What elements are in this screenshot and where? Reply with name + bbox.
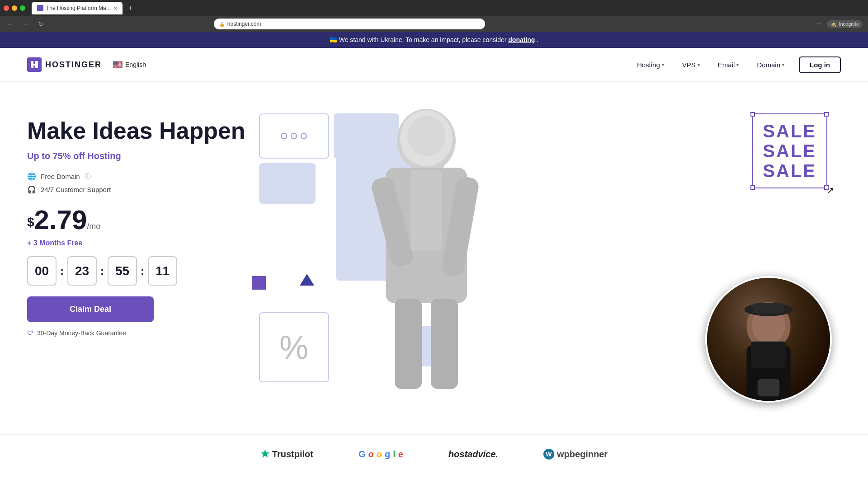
- ukraine-banner: 🇺🇦 We stand with Ukraine. To make an imp…: [0, 32, 868, 48]
- bookmark-icon[interactable]: ☆: [816, 21, 821, 27]
- wp-icon: W: [543, 449, 554, 460]
- subtitle-prefix: Up to: [27, 151, 53, 161]
- subtitle-suffix: off Hosting: [71, 151, 121, 161]
- active-tab[interactable]: The Hosting Platform Ma... ✕: [32, 2, 123, 14]
- chevron-down-icon: ▾: [736, 62, 739, 67]
- browser-chrome: The Hosting Platform Ma... ✕ + ← → ↻ 🔒 h…: [0, 0, 868, 32]
- trust-bar: ★ Trustpilot Google hostadvice. W wpbegi…: [0, 434, 868, 474]
- google-letter-l: l: [393, 449, 396, 460]
- google-letter-o2: o: [377, 449, 382, 460]
- logo-text: HOSTINGER: [45, 60, 102, 70]
- selection-handle-bl: [750, 185, 755, 190]
- hero-left: Make Ideas Happen Up to 75% off Hosting …: [27, 100, 245, 434]
- purple-square: [252, 276, 266, 290]
- nav-links: Hosting ▾ VPS ▾ Email ▾ Domain ▾ Log in: [630, 56, 841, 73]
- price-extra: + 3 Months Free: [27, 239, 245, 247]
- tab-title: The Hosting Platform Ma...: [46, 5, 111, 11]
- hero-subtitle: Up to 75% off Hosting: [27, 151, 245, 161]
- hostadvice-label: hostadvice.: [448, 449, 498, 460]
- logo-icon: [27, 57, 42, 72]
- donating-link[interactable]: donating: [508, 36, 535, 43]
- trustpilot-label: Trustpilot: [272, 449, 313, 460]
- nav-item-domain[interactable]: Domain ▾: [750, 57, 792, 72]
- percent-symbol: %: [279, 329, 308, 366]
- new-tab-button[interactable]: +: [124, 2, 137, 14]
- guarantee-badge: 🛡 30-Day Money-Back Guarantee: [27, 329, 245, 337]
- svg-point-8: [407, 116, 445, 156]
- dot-1: [281, 133, 287, 139]
- hostadvice-logo: hostadvice.: [448, 449, 498, 460]
- countdown-minutes: 23: [67, 256, 97, 286]
- banner-suffix: .: [537, 36, 538, 43]
- countdown-sep-2: :: [100, 265, 104, 277]
- dots-card: [259, 113, 329, 159]
- countdown-timer: 00 : 23 : 55 : 11: [27, 256, 245, 286]
- google-letter-o1: o: [368, 449, 374, 460]
- trustpilot-logo: ★ Trustpilot: [260, 448, 313, 460]
- incognito-label: Incognito: [839, 21, 859, 27]
- info-icon: ⓘ: [85, 173, 91, 181]
- address-bar-row: ← → ↻ 🔒 hostinger.com ☆ 🕵 Incognito: [0, 16, 868, 32]
- countdown-hours: 00: [27, 256, 57, 286]
- browser-tabs: The Hosting Platform Ma... ✕ +: [0, 0, 868, 16]
- globe-icon: 🌐: [27, 172, 36, 181]
- hero-person: [340, 95, 512, 403]
- url-bar[interactable]: 🔒 hostinger.com: [214, 19, 485, 29]
- selection-handle-tl: [750, 112, 755, 117]
- triangle-decoration: [300, 274, 314, 286]
- minimize-window-button[interactable]: [12, 5, 17, 11]
- forward-button[interactable]: →: [21, 20, 31, 28]
- svg-rect-6: [431, 299, 458, 389]
- reload-button[interactable]: ↻: [36, 20, 45, 28]
- blue-block-2: [259, 163, 316, 204]
- svg-rect-13: [751, 342, 786, 368]
- hero-features: 🌐 Free Domain ⓘ 🎧 24/7 Customer Support: [27, 172, 245, 194]
- hero-right: %: [245, 100, 841, 434]
- countdown-sep-3: :: [141, 265, 144, 277]
- nav-item-vps[interactable]: VPS ▾: [675, 57, 707, 72]
- google-letter-g2: g: [385, 449, 390, 460]
- video-overlay[interactable]: [705, 276, 832, 403]
- url-text: hostinger.com: [227, 21, 261, 27]
- navbar: HOSTINGER 🇺🇸 English Hosting ▾ VPS ▾ Ema…: [0, 48, 868, 82]
- nav-item-hosting[interactable]: Hosting ▾: [630, 57, 671, 72]
- tab-favicon: [37, 5, 43, 11]
- countdown-sep-1: :: [60, 265, 64, 277]
- traffic-lights: [4, 5, 25, 11]
- sale-line-2: SALE: [763, 141, 816, 161]
- google-logo: Google: [359, 449, 403, 460]
- hero-title: Make Ideas Happen: [27, 118, 245, 144]
- percent-card: %: [259, 312, 329, 382]
- price-period: /mo: [87, 222, 100, 231]
- dot-2: [291, 133, 297, 139]
- countdown-seconds: 55: [108, 256, 137, 286]
- nav-item-email[interactable]: Email ▾: [711, 57, 746, 72]
- headset-icon: 🎧: [27, 185, 36, 194]
- login-button[interactable]: Log in: [799, 56, 841, 73]
- sale-line-3: SALE: [763, 161, 816, 181]
- language-selector[interactable]: 🇺🇸 English: [113, 60, 146, 70]
- logo[interactable]: HOSTINGER: [27, 57, 102, 72]
- incognito-badge: 🕵 Incognito: [827, 20, 863, 28]
- close-window-button[interactable]: [4, 5, 9, 11]
- language-label: English: [125, 61, 146, 68]
- svg-rect-5: [395, 299, 422, 389]
- feature-free-domain: 🌐 Free Domain ⓘ: [27, 172, 245, 181]
- flag-icon: 🇺🇸: [113, 60, 123, 70]
- incognito-icon: 🕵: [830, 21, 837, 27]
- tab-close-button[interactable]: ✕: [113, 6, 117, 11]
- back-button[interactable]: ←: [5, 20, 15, 28]
- google-letter-e: e: [398, 449, 403, 460]
- selection-handle-tr: [824, 112, 829, 117]
- subtitle-highlight: 75%: [53, 151, 71, 161]
- wpbeginner-label: wpbeginner: [557, 449, 608, 460]
- person-svg: [340, 95, 512, 403]
- svg-rect-9: [410, 170, 442, 251]
- maximize-window-button[interactable]: [20, 5, 25, 11]
- claim-deal-button[interactable]: Claim Deal: [27, 296, 154, 322]
- feature-support: 🎧 24/7 Customer Support: [27, 185, 245, 194]
- shield-check-icon: 🛡: [27, 329, 33, 337]
- countdown-hundredths: 11: [148, 256, 177, 286]
- sale-box: SALE SALE SALE ↗: [752, 113, 827, 188]
- wpbeginner-logo: W wpbeginner: [543, 449, 608, 460]
